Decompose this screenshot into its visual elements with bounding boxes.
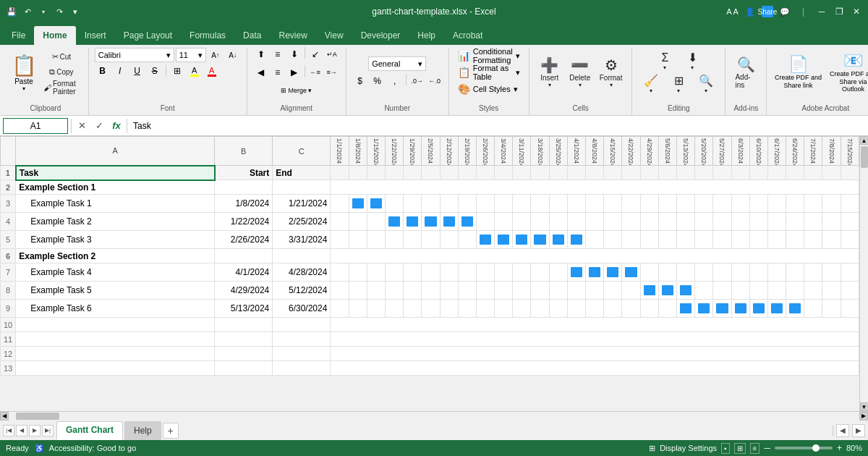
- tab-formulas[interactable]: Formulas: [181, 26, 234, 45]
- align-left-button[interactable]: ◀: [253, 65, 269, 80]
- number-format-dropdown[interactable]: General ▾: [368, 56, 426, 71]
- gantt-O1[interactable]: [531, 166, 549, 180]
- normal-view-button[interactable]: ▪: [721, 443, 730, 454]
- gantt-F1[interactable]: [367, 166, 385, 180]
- add-sheet-button[interactable]: +: [163, 423, 179, 439]
- cell-A11[interactable]: [16, 332, 215, 347]
- col-header-L[interactable]: 2/26/2024: [476, 137, 494, 166]
- increase-indent-button[interactable]: ≡→: [324, 65, 340, 80]
- cell-A2[interactable]: Example Section 1: [16, 180, 215, 195]
- cell-A3[interactable]: Example Task 1: [16, 195, 215, 213]
- scroll-thumb[interactable]: [861, 146, 868, 168]
- format-button[interactable]: ⚙ Format ▾: [596, 50, 626, 95]
- autosum-button[interactable]: Σ ▾: [652, 50, 678, 72]
- scroll-up-button[interactable]: ▲: [860, 136, 869, 145]
- borders-button[interactable]: ⊞: [169, 64, 185, 78]
- page-break-view-button[interactable]: ≡: [750, 443, 760, 454]
- cell-C12[interactable]: [273, 347, 331, 361]
- format-painter-button[interactable]: 🖌 Format Painter: [41, 80, 82, 95]
- gantt-AC1[interactable]: [786, 166, 804, 180]
- percent-button[interactable]: %: [370, 74, 386, 88]
- insert-button[interactable]: ➕ Insert ▾: [535, 50, 564, 95]
- strikethrough-button[interactable]: S: [147, 64, 163, 78]
- gantt-AF1[interactable]: [841, 166, 859, 180]
- zoom-in-button[interactable]: +: [837, 443, 842, 453]
- cell-B11[interactable]: [215, 332, 273, 347]
- col-header-F[interactable]: 1/15/2024: [367, 137, 385, 166]
- cell-B3[interactable]: 1/8/2024: [215, 195, 273, 213]
- cell-B4[interactable]: 1/22/2024: [215, 213, 273, 231]
- undo-icon[interactable]: ↶: [22, 6, 33, 17]
- cell-styles-button[interactable]: 🎨 Cell Styles ▾: [455, 81, 523, 97]
- cell-C8[interactable]: 5/12/2024: [273, 282, 331, 300]
- scroll-right-button[interactable]: ▶: [859, 412, 868, 421]
- col-header-AE[interactable]: 7/8/2024: [822, 137, 841, 166]
- currency-button[interactable]: $: [352, 74, 368, 88]
- gantt-AD1[interactable]: [804, 166, 822, 180]
- increase-font-button[interactable]: A↑: [208, 48, 224, 62]
- clear-button[interactable]: 🧹 ▾: [638, 73, 664, 95]
- cell-C6[interactable]: [273, 249, 331, 263]
- cell-C1[interactable]: End: [273, 166, 331, 180]
- merge-center-button[interactable]: ⊞ Merge ▾: [276, 83, 316, 98]
- col-header-G[interactable]: 1/22/2024: [385, 137, 403, 166]
- tab-help[interactable]: Help: [409, 26, 444, 45]
- gantt-Q1[interactable]: [567, 166, 585, 180]
- col-header-M[interactable]: 3/4/2024: [495, 137, 513, 166]
- delete-button[interactable]: ➖ Delete ▾: [566, 50, 595, 95]
- sort-filter-button[interactable]: ⊞ ▾: [665, 73, 692, 95]
- create-pdf-outlook-button[interactable]: 📧 Create PDF and Share via Outlook: [827, 50, 868, 95]
- gantt-E1[interactable]: [349, 166, 367, 180]
- col-header-O[interactable]: 3/18/2024: [531, 137, 549, 166]
- cell-B13[interactable]: [215, 361, 273, 376]
- cell-C7[interactable]: 4/28/2024: [273, 263, 331, 282]
- sheet-nav-first-button[interactable]: |◀: [3, 425, 14, 436]
- cell-C13[interactable]: [273, 361, 331, 376]
- redo-icon[interactable]: ↷: [54, 6, 65, 17]
- gantt-AB1[interactable]: [767, 166, 786, 180]
- page-layout-view-button[interactable]: ⊞: [734, 443, 746, 454]
- gantt-Z1[interactable]: [731, 166, 749, 180]
- cell-C9[interactable]: 6/30/2024: [273, 300, 331, 318]
- col-header-V[interactable]: 5/6/2024: [658, 137, 676, 166]
- tab-file[interactable]: File: [3, 26, 34, 45]
- col-header-B[interactable]: B: [215, 137, 273, 166]
- cell-B5[interactable]: 2/26/2024: [215, 231, 273, 249]
- align-middle-button[interactable]: ≡: [270, 47, 286, 62]
- profile-icon[interactable]: 👤: [744, 6, 756, 17]
- gantt-X1[interactable]: [695, 166, 713, 180]
- gantt-M1[interactable]: [495, 166, 513, 180]
- col-header-E[interactable]: 1/8/2024: [349, 137, 367, 166]
- gantt-L1[interactable]: [476, 166, 494, 180]
- cell-C2[interactable]: [273, 180, 331, 195]
- share-icon[interactable]: Share: [762, 6, 773, 17]
- conditional-formatting-button[interactable]: 📊 Conditional Formatting ▾: [455, 48, 523, 64]
- undo-dropdown-icon[interactable]: ▾: [38, 6, 49, 17]
- gantt-G1[interactable]: [385, 166, 403, 180]
- col-header-AB[interactable]: 6/17/2024: [767, 137, 786, 166]
- decrease-decimal-button[interactable]: ←.0: [427, 74, 443, 88]
- confirm-formula-button[interactable]: ✓: [92, 119, 106, 133]
- col-header-W[interactable]: 5/13/2024: [676, 137, 694, 166]
- tab-review[interactable]: Review: [270, 26, 315, 45]
- hscroll-right-button[interactable]: ▶: [852, 424, 865, 437]
- cell-C4[interactable]: 2/25/2024: [273, 213, 331, 231]
- cell-A12[interactable]: [16, 347, 215, 361]
- find-select-button[interactable]: 🔍 ▾: [693, 73, 719, 95]
- gantt-N1[interactable]: [513, 166, 531, 180]
- col-header-P[interactable]: 3/25/2024: [549, 137, 567, 166]
- cell-A13[interactable]: [16, 361, 215, 376]
- col-header-R[interactable]: 4/8/2024: [586, 137, 604, 166]
- cell-B1[interactable]: Start: [215, 166, 273, 180]
- align-right-button[interactable]: ▶: [286, 65, 302, 80]
- zoom-slider[interactable]: [775, 447, 833, 449]
- sheet-nav-next-button[interactable]: ▶: [29, 425, 41, 436]
- gantt-S1[interactable]: [604, 166, 622, 180]
- cell-A9[interactable]: Example Task 6: [16, 300, 215, 318]
- cell-A7[interactable]: Example Task 4: [16, 263, 215, 282]
- zoom-level[interactable]: 80%: [846, 444, 862, 452]
- gantt-R1[interactable]: [586, 166, 604, 180]
- font-size-dropdown[interactable]: 11 ▾: [176, 48, 206, 62]
- create-pdf-share-button[interactable]: 📄 Create PDF and Share link: [773, 50, 823, 95]
- wrap-text-button[interactable]: ↵A: [324, 47, 340, 62]
